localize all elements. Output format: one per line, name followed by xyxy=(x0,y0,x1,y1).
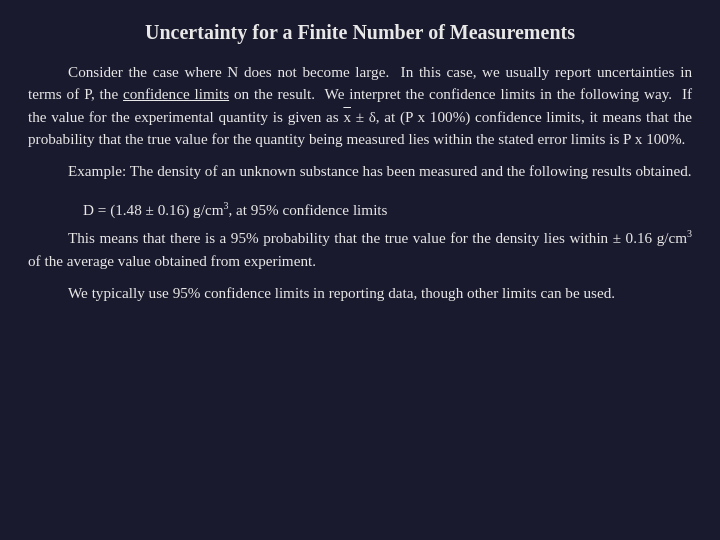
equation: D = (1.48 ± 0.16) g/cm3, at 95% confiden… xyxy=(83,199,692,221)
superscript-3: 3 xyxy=(224,200,229,211)
page-title: Uncertainty for a Finite Number of Measu… xyxy=(28,18,692,47)
superscript-3b: 3 xyxy=(687,228,692,239)
paragraph-2: Example: The density of an unknown subst… xyxy=(28,160,692,182)
paragraph-1: Consider the case where N does not becom… xyxy=(28,61,692,150)
paragraph-3: This means that there is a 95% probabili… xyxy=(28,227,692,272)
page: Uncertainty for a Finite Number of Measu… xyxy=(0,0,720,540)
x-bar-symbol: x xyxy=(343,106,351,128)
confidence-limits-term: confidence limits xyxy=(123,85,229,102)
paragraph-4: We typically use 95% confidence limits i… xyxy=(28,282,692,304)
